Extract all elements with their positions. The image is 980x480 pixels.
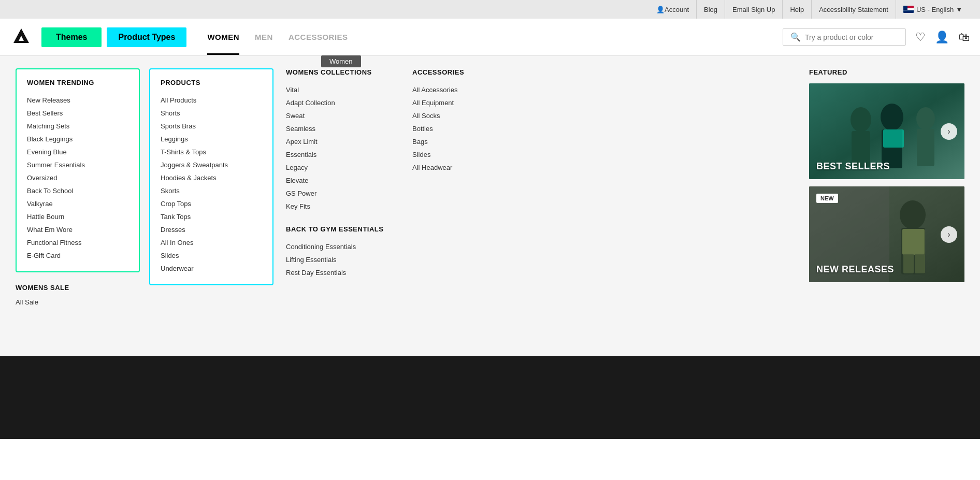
best-sellers-label: BEST SELLERS: [816, 161, 890, 172]
col-collections: WOMENS COLLECTIONS Vital Adapt Collectio…: [286, 68, 400, 344]
main-nav: WOMEN MEN ACCESSORIES: [207, 33, 348, 41]
help-label: Help: [790, 6, 804, 13]
women-tab-tooltip: Women: [321, 55, 361, 67]
blog-link[interactable]: Blog: [697, 0, 725, 19]
products-slides[interactable]: Slides: [161, 249, 262, 262]
svg-rect-14: [903, 254, 914, 273]
top-bar: 👤 Account Blog Email Sign Up Help Access…: [0, 0, 980, 19]
chevron-down-icon: ▼: [956, 6, 962, 13]
trending-matching-sets[interactable]: Matching Sets: [27, 120, 128, 133]
collection-legacy[interactable]: Legacy: [286, 161, 400, 174]
products-all-in-ones[interactable]: All In Ones: [161, 236, 262, 249]
btg-lifting[interactable]: Lifting Essentials: [286, 253, 400, 266]
acc-all[interactable]: All Accessories: [412, 83, 516, 96]
nav-women[interactable]: WOMEN: [207, 33, 239, 41]
language-label: US - English: [916, 6, 954, 13]
col-trending: WOMEN TRENDING New Releases Best Sellers…: [16, 68, 140, 344]
svg-point-3: [851, 107, 871, 132]
products-leggings[interactable]: Leggings: [161, 133, 262, 146]
acc-slides[interactable]: Slides: [412, 148, 516, 161]
acc-equipment[interactable]: All Equipment: [412, 96, 516, 109]
nav-men[interactable]: MEN: [255, 33, 273, 41]
featured-new-releases-card[interactable]: NEW NEW RELEASES ›: [809, 186, 964, 282]
header: Themes Product Types WOMEN MEN ACCESSORI…: [0, 19, 980, 56]
acc-headwear[interactable]: All Headwear: [412, 161, 516, 174]
trending-oversized[interactable]: Oversized: [27, 171, 128, 184]
gymshark-logo-icon: [10, 26, 32, 48]
products-skorts[interactable]: Skorts: [161, 184, 262, 197]
products-sports-bras[interactable]: Sports Bras: [161, 120, 262, 133]
trending-box: WOMEN TRENDING New Releases Best Sellers…: [16, 68, 140, 272]
products-underwear[interactable]: Underwear: [161, 262, 262, 275]
collection-vital[interactable]: Vital: [286, 83, 400, 96]
search-input[interactable]: [805, 33, 898, 41]
help-link[interactable]: Help: [783, 0, 812, 19]
products-box: PRODUCTS All Products Shorts Sports Bras…: [149, 68, 273, 285]
sale-heading: WOMENS SALE: [16, 284, 140, 292]
cart-icon[interactable]: 🛍: [958, 31, 970, 44]
trending-what-em-wore[interactable]: What Em Wore: [27, 223, 128, 236]
sale-all-sale[interactable]: All Sale: [16, 296, 140, 309]
products-tshirts-tops[interactable]: T-Shirts & Tops: [161, 146, 262, 158]
products-joggers-sweatpants[interactable]: Joggers & Sweatpants: [161, 158, 262, 171]
header-right: 🔍 ♡ 👤 🛍: [783, 28, 970, 46]
trending-hattie-bourn[interactable]: Hattie Bourn: [27, 210, 128, 223]
nav-accessories[interactable]: ACCESSORIES: [289, 33, 348, 41]
products-heading: PRODUCTS: [161, 79, 262, 86]
product-types-button[interactable]: Product Types: [107, 27, 186, 47]
trending-summer-essentials[interactable]: Summer Essentials: [27, 158, 128, 171]
collection-elevate[interactable]: Elevate: [286, 174, 400, 187]
trending-evening-blue[interactable]: Evening Blue: [27, 146, 128, 158]
collection-key-fits[interactable]: Key Fits: [286, 200, 400, 213]
trending-best-sellers[interactable]: Best Sellers: [27, 107, 128, 120]
products-shorts[interactable]: Shorts: [161, 107, 262, 120]
trending-valkyrae[interactable]: Valkyrae: [27, 197, 128, 210]
new-releases-arrow[interactable]: ›: [941, 226, 957, 243]
acc-bags[interactable]: Bags: [412, 135, 516, 148]
accessibility-link[interactable]: Accessibility Statement: [812, 0, 896, 19]
svg-rect-15: [915, 254, 925, 273]
trending-new-releases[interactable]: New Releases: [27, 94, 128, 107]
col-featured: FEATURED: [809, 68, 964, 344]
collection-gs-power[interactable]: GS Power: [286, 187, 400, 200]
products-crop-tops[interactable]: Crop Tops: [161, 197, 262, 210]
accessibility-label: Accessibility Statement: [819, 6, 888, 13]
btg-rest-day[interactable]: Rest Day Essentials: [286, 266, 400, 279]
wishlist-icon[interactable]: ♡: [915, 31, 926, 44]
account-link[interactable]: 👤 Account: [649, 0, 697, 19]
accessories-heading: ACCESSORIES: [412, 68, 516, 76]
account-icon: 👤: [656, 6, 665, 13]
products-all[interactable]: All Products: [161, 94, 262, 107]
account-header-icon[interactable]: 👤: [935, 31, 949, 44]
btg-conditioning[interactable]: Conditioning Essentials: [286, 240, 400, 253]
svg-point-7: [916, 107, 935, 130]
collection-sweat[interactable]: Sweat: [286, 109, 400, 122]
email-signup-label: Email Sign Up: [732, 6, 775, 13]
best-sellers-arrow[interactable]: ›: [941, 123, 957, 140]
svg-rect-9: [883, 129, 904, 148]
dark-bottom-section: [0, 356, 980, 439]
search-bar[interactable]: 🔍: [783, 28, 906, 46]
products-hoodies-jackets[interactable]: Hoodies & Jackets: [161, 171, 262, 184]
logo[interactable]: [10, 26, 32, 48]
themes-button[interactable]: Themes: [41, 27, 102, 47]
collection-seamless[interactable]: Seamless: [286, 122, 400, 135]
acc-bottles[interactable]: Bottles: [412, 122, 516, 135]
collection-adapt[interactable]: Adapt Collection: [286, 96, 400, 109]
trending-back-to-school[interactable]: Back To School: [27, 184, 128, 197]
featured-best-sellers-card[interactable]: BEST SELLERS ›: [809, 83, 964, 179]
col-accessories: ACCESSORIES All Accessories All Equipmen…: [412, 68, 516, 344]
email-signup-link[interactable]: Email Sign Up: [725, 0, 783, 19]
trending-black-leggings[interactable]: Black Leggings: [27, 133, 128, 146]
trending-functional-fitness[interactable]: Functional Fitness: [27, 236, 128, 249]
back-to-gym-heading: BACK TO GYM ESSENTIALS: [286, 225, 400, 233]
collection-apex-limit[interactable]: Apex Limit: [286, 135, 400, 148]
us-flag-icon: [903, 6, 914, 13]
language-selector[interactable]: US - English ▼: [896, 0, 970, 19]
trending-e-gift-card[interactable]: E-Gift Card: [27, 249, 128, 262]
products-tank-tops[interactable]: Tank Tops: [161, 210, 262, 223]
products-dresses[interactable]: Dresses: [161, 223, 262, 236]
new-badge: NEW: [816, 194, 838, 203]
collection-essentials[interactable]: Essentials: [286, 148, 400, 161]
acc-socks[interactable]: All Socks: [412, 109, 516, 122]
